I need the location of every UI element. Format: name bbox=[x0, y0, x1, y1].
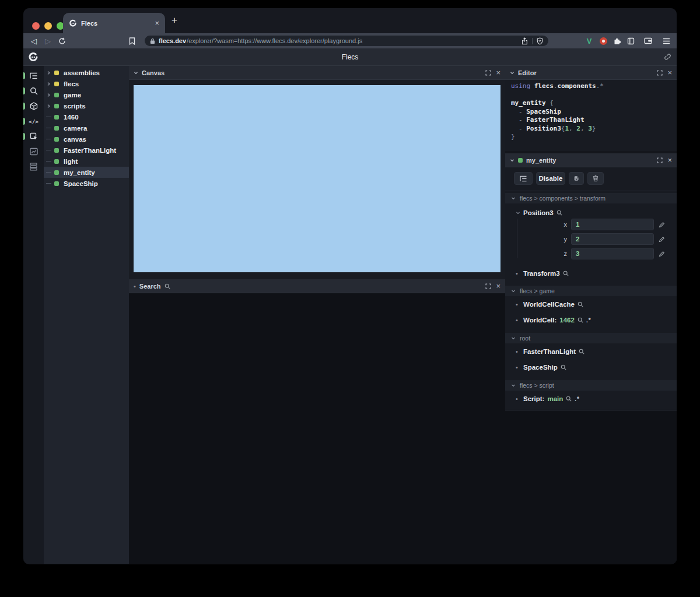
component-row-transform3[interactable]: • Transform3 bbox=[505, 269, 677, 278]
component-row-position3[interactable]: Position3 bbox=[505, 208, 677, 217]
rail-entities-cube-icon[interactable] bbox=[23, 99, 44, 114]
tree-item[interactable]: canvas bbox=[44, 134, 129, 145]
back-button[interactable]: ◁ bbox=[29, 33, 38, 48]
section-path: flecs > script bbox=[520, 382, 554, 389]
fullscreen-icon[interactable] bbox=[485, 70, 491, 76]
z-value-input[interactable]: 3 bbox=[571, 248, 654, 259]
component-row-spaceship[interactable]: • SpaceShip bbox=[505, 363, 677, 372]
sidebar-toggle-icon[interactable] bbox=[626, 33, 635, 48]
tree-view-button[interactable] bbox=[514, 172, 533, 185]
rail-code-icon[interactable]: </> bbox=[23, 114, 44, 129]
magnifier-icon[interactable] bbox=[556, 210, 562, 216]
magnifier-icon[interactable] bbox=[579, 349, 584, 354]
disable-button[interactable]: Disable bbox=[536, 172, 565, 185]
close-panel-icon[interactable]: × bbox=[667, 156, 672, 164]
render-canvas[interactable] bbox=[134, 85, 501, 272]
search-panel-header[interactable]: • Search × bbox=[129, 279, 505, 293]
tree-item[interactable]: game bbox=[44, 89, 129, 100]
reload-button[interactable] bbox=[57, 33, 66, 48]
save-button[interactable] bbox=[569, 172, 584, 185]
rail-query-search-icon[interactable] bbox=[23, 83, 44, 99]
chevron-down-icon bbox=[134, 71, 138, 75]
entity-color-square bbox=[54, 93, 59, 97]
fullscreen-icon[interactable] bbox=[485, 283, 491, 289]
entity-color-square bbox=[54, 115, 59, 120]
fullscreen-icon[interactable] bbox=[657, 157, 663, 163]
pair-indicator-icon: .* bbox=[586, 317, 592, 324]
wallet-icon[interactable] bbox=[643, 33, 653, 48]
component-row-worldcellcache[interactable]: • WorldCellCache bbox=[505, 300, 677, 309]
component-row-worldcell[interactable]: • WorldCell: 1462 .* bbox=[505, 315, 677, 325]
editor-panel-header[interactable]: Editor × bbox=[505, 66, 677, 80]
tree-item[interactable]: assemblies bbox=[44, 67, 129, 78]
close-panel-icon[interactable]: × bbox=[496, 69, 501, 76]
tab-close-icon[interactable]: × bbox=[155, 19, 159, 27]
trash-icon bbox=[593, 175, 598, 182]
leaf-dash-icon bbox=[46, 139, 51, 139]
vue-devtools-extension-icon[interactable]: V bbox=[584, 33, 594, 48]
brave-shield-icon[interactable] bbox=[537, 37, 543, 45]
tree-item-label: 1460 bbox=[64, 114, 79, 121]
new-tab-button[interactable]: + bbox=[168, 13, 181, 27]
browser-tab[interactable]: Flecs × bbox=[63, 13, 165, 33]
magnifier-icon[interactable] bbox=[563, 271, 569, 276]
close-panel-icon[interactable]: × bbox=[496, 282, 501, 290]
share-icon[interactable] bbox=[522, 37, 528, 45]
close-panel-icon[interactable]: × bbox=[667, 69, 672, 76]
magnifier-icon[interactable] bbox=[561, 364, 566, 370]
component-row-fasterthanlight[interactable]: • FasterThanLight bbox=[505, 347, 677, 356]
edit-pencil-icon[interactable] bbox=[659, 251, 665, 257]
y-value-input[interactable]: 2 bbox=[571, 233, 654, 245]
leaf-dash-icon bbox=[46, 183, 51, 184]
tree-item[interactable]: 1460 bbox=[44, 111, 129, 122]
menu-hamburger-icon[interactable] bbox=[662, 33, 671, 48]
tab-favicon-flecs-logo-icon bbox=[69, 19, 77, 27]
magnifier-icon[interactable] bbox=[578, 301, 583, 307]
tree-item-label: assemblies bbox=[64, 69, 100, 76]
section-header-transform[interactable]: flecs > components > transform bbox=[505, 193, 677, 203]
x-value-input[interactable]: 1 bbox=[571, 219, 654, 230]
component-row-script[interactable]: • Script: main .* bbox=[505, 394, 677, 403]
delete-button[interactable] bbox=[587, 172, 604, 185]
bullet-icon: • bbox=[516, 301, 520, 308]
rail-database-icon[interactable] bbox=[23, 159, 44, 174]
entity-inspector: Disable flecs > components > transform bbox=[505, 167, 677, 410]
code-editor[interactable]: using flecs.components.* my_entity { - S… bbox=[505, 80, 677, 151]
forward-button[interactable]: ▷ bbox=[43, 33, 52, 48]
tree-item[interactable]: flecs bbox=[44, 78, 129, 89]
entity-color-square bbox=[54, 71, 59, 75]
extensions-puzzle-icon[interactable] bbox=[612, 33, 622, 48]
url-bar[interactable]: flecs.dev /explorer/?wasm=https://www.fl… bbox=[145, 36, 548, 46]
edit-pencil-icon[interactable] bbox=[659, 222, 665, 228]
section-path: flecs > game bbox=[520, 287, 555, 294]
chevron-down-icon bbox=[510, 158, 514, 163]
rail-inspect-icon[interactable] bbox=[23, 129, 44, 144]
tree-item[interactable]: camera bbox=[44, 122, 129, 134]
fullscreen-icon[interactable] bbox=[657, 70, 663, 76]
canvas-panel-header[interactable]: Canvas × bbox=[129, 66, 505, 80]
component-value: main bbox=[547, 395, 563, 402]
entity-color-square bbox=[54, 137, 59, 142]
tree-item[interactable]: SpaceShip bbox=[44, 178, 129, 189]
rail-entity-tree-icon[interactable] bbox=[23, 68, 44, 83]
active-indicator bbox=[23, 72, 25, 79]
edit-pencil-icon[interactable] bbox=[659, 236, 665, 243]
magnifier-icon[interactable] bbox=[566, 396, 572, 402]
chevron-down-icon bbox=[516, 210, 520, 215]
section-header-script[interactable]: flecs > script bbox=[505, 380, 677, 391]
minimize-window-button[interactable] bbox=[44, 22, 52, 30]
bookmark-icon[interactable] bbox=[127, 33, 136, 48]
section-header-game[interactable]: flecs > game bbox=[505, 286, 677, 296]
rail-stats-chart-icon[interactable] bbox=[23, 144, 44, 159]
pair-indicator-icon: .* bbox=[575, 396, 580, 402]
share-link-icon[interactable] bbox=[664, 53, 671, 61]
inspector-panel-header[interactable]: my_entity × bbox=[505, 153, 677, 167]
tree-item[interactable]: FasterThanLight bbox=[44, 145, 129, 156]
tree-item[interactable]: light bbox=[44, 156, 129, 167]
close-window-button[interactable] bbox=[32, 22, 40, 30]
tree-item[interactable]: scripts bbox=[44, 100, 129, 111]
section-header-root[interactable]: root bbox=[505, 333, 677, 343]
tree-item-selected[interactable]: my_entity bbox=[44, 167, 129, 178]
adblock-extension-icon[interactable] bbox=[598, 33, 608, 48]
magnifier-icon[interactable] bbox=[578, 317, 583, 323]
